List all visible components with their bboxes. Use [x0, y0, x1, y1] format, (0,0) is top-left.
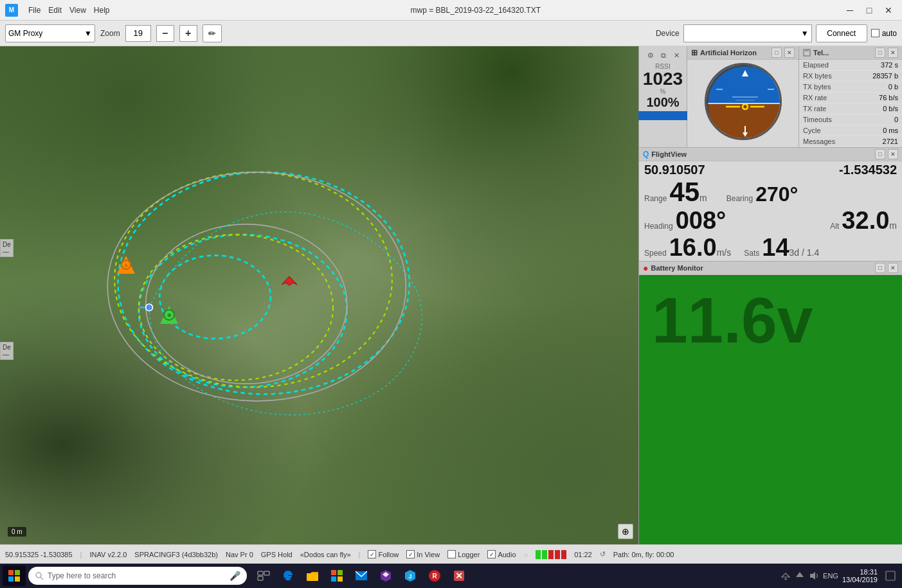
flightview-alt: 32.0	[842, 208, 889, 233]
svg-rect-38	[331, 576, 336, 582]
taskbar-app-cross[interactable]: ✕	[447, 566, 471, 586]
svg-text:J: J	[408, 573, 411, 580]
taskbar-app-explorer[interactable]	[301, 566, 324, 586]
map-corner-button[interactable]: ⊕	[618, 524, 633, 539]
telemetry-pin-button[interactable]: □	[875, 48, 885, 58]
battery-pin-button[interactable]: □	[875, 263, 885, 273]
taskbar-app-taskview[interactable]	[252, 566, 275, 586]
start-button[interactable]	[3, 566, 26, 586]
flightview-lat: 50.910507	[644, 163, 705, 177]
taskbar-app-store[interactable]	[325, 566, 348, 586]
svg-rect-26	[8, 570, 14, 575]
horizon-instrument	[705, 63, 782, 140]
device-dropdown[interactable]: ▼	[683, 24, 812, 42]
battery-voltage: 11.6v	[639, 275, 902, 365]
search-icon	[35, 571, 44, 580]
rssi-settings-button[interactable]: ⚙	[645, 50, 656, 60]
follow-checkbox[interactable]: ✓	[368, 550, 376, 558]
telemetry-controls: □ ✕	[875, 48, 898, 58]
taskbar-app-vs[interactable]	[374, 566, 397, 586]
toolbar: GM Proxy ▼ Zoom 19 − + ✏ Device ▼ Connec…	[0, 21, 902, 46]
svg-rect-36	[331, 570, 336, 575]
flightview-lon: -1.534532	[839, 163, 897, 177]
telem-txbytes-row: TX bytes 0 b	[799, 82, 902, 93]
status-nav: Nav Pr 0	[226, 551, 253, 558]
menu-bar: File Edit View Help	[28, 6, 110, 15]
minimize-button[interactable]: ─	[842, 4, 858, 17]
status-craft: SPRACINGF3 (4d3bb32b)	[134, 551, 218, 558]
telemetry-close-button[interactable]: ✕	[888, 48, 898, 58]
menu-edit[interactable]: Edit	[48, 6, 62, 15]
audio-checkbox[interactable]: ✓	[487, 550, 496, 558]
follow-checkbox-group: ✓ Follow	[368, 550, 399, 558]
menu-view[interactable]: View	[69, 6, 86, 15]
flightview-controls: □ ✕	[875, 149, 898, 159]
horizon-pin-button[interactable]: □	[771, 48, 782, 58]
logger-checkbox[interactable]	[447, 550, 456, 558]
status-path: Path: 0m, fly: 00:00	[613, 551, 674, 558]
close-button[interactable]: ✕	[880, 4, 897, 17]
svg-rect-35	[307, 573, 318, 581]
arrow-up-icon	[795, 571, 805, 581]
rssi-copy-button[interactable]: ⧉	[658, 50, 669, 60]
taskbar-app-vs2[interactable]: J	[399, 566, 422, 586]
inview-checkbox[interactable]: ✓	[406, 550, 415, 558]
audio-checkbox-group: ✓ Audio	[487, 550, 516, 558]
status-name: «Dodos can fly»	[300, 551, 351, 558]
rssi-close-button[interactable]: ✕	[671, 50, 681, 60]
taskbar-search[interactable]: Type here to search 🎤	[28, 567, 247, 585]
battery-header: ● Battery Monitor □ ✕	[639, 262, 902, 275]
svg-marker-51	[810, 572, 815, 580]
menu-help[interactable]: Help	[94, 6, 110, 15]
svg-point-30	[36, 573, 41, 578]
taskbar-app-mail[interactable]	[350, 566, 373, 586]
telem-messages-row: Messages 2721	[799, 136, 902, 147]
svg-rect-29	[15, 576, 20, 582]
horizon-close-button[interactable]: ✕	[784, 48, 795, 58]
search-placeholder: Type here to search	[48, 571, 116, 580]
flightview-speed: 16.0	[669, 235, 717, 260]
svg-rect-10	[707, 65, 782, 103]
battery-title: ● Battery Monitor	[643, 263, 703, 273]
led-2	[542, 550, 547, 559]
status-bar: 50.915325 -1.530385 | INAV v2.2.0 SPRACI…	[0, 544, 902, 564]
menu-file[interactable]: File	[28, 6, 41, 15]
battery-section: ● Battery Monitor □ ✕ 11.6v	[639, 262, 902, 544]
led-4	[555, 550, 560, 559]
telemetry-title: Tel...	[803, 49, 829, 57]
logger-checkbox-group: Logger	[447, 550, 480, 558]
flightview-close-button[interactable]: ✕	[888, 149, 898, 159]
drone-marker: ⊕	[160, 306, 178, 324]
taskbar-app-red[interactable]: R	[423, 566, 446, 586]
flightview-pin-button[interactable]: □	[875, 149, 885, 159]
map-scale: 0 m	[8, 527, 26, 537]
zoom-minus-button[interactable]: −	[156, 25, 174, 42]
rssi-value: 1023	[643, 70, 683, 88]
telemetry-data-panel: Tel... □ ✕ Elapsed 372 s RX bytes 28357 …	[799, 46, 902, 147]
taskbar-right: ENG 18:31 13/04/2019	[780, 567, 899, 585]
svg-point-0	[118, 172, 409, 394]
rssi-bar	[637, 111, 689, 120]
led-3	[548, 550, 554, 559]
led-5	[561, 550, 566, 559]
inview-checkbox-group: ✓ In View	[406, 550, 440, 558]
svg-rect-34	[258, 576, 263, 580]
battery-close-button[interactable]: ✕	[888, 263, 898, 273]
connect-button[interactable]: Connect	[816, 24, 867, 42]
svg-point-3	[114, 172, 392, 388]
notification-button[interactable]	[881, 567, 899, 585]
mic-icon: 🎤	[230, 571, 240, 581]
flightview-range: 45	[669, 179, 699, 206]
svg-marker-50	[796, 572, 804, 577]
svg-point-2	[159, 255, 271, 339]
map-container[interactable]: De— De— ⌂	[0, 46, 638, 544]
zoom-plus-button[interactable]: +	[179, 25, 197, 42]
taskbar-app-edge[interactable]	[276, 566, 300, 586]
svg-rect-27	[15, 570, 20, 575]
draw-button[interactable]: ✏	[203, 24, 222, 42]
status-mode: GPS Hold	[261, 551, 293, 558]
map-provider-dropdown[interactable]: GM Proxy ▼	[5, 24, 95, 42]
auto-checkbox[interactable]	[871, 29, 879, 37]
flightview-sats: 14	[762, 235, 789, 260]
maximize-button[interactable]: □	[861, 4, 878, 17]
